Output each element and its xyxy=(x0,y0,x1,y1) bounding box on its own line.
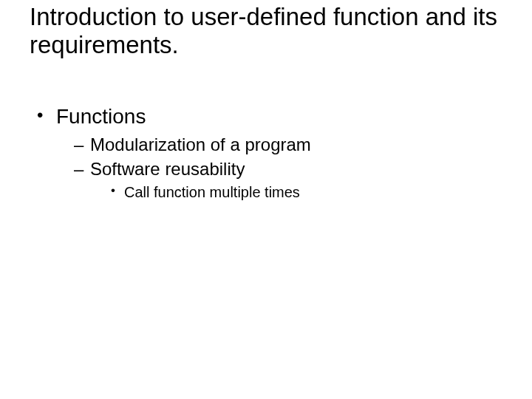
bullet-list-level1: Functions Modularization of a program So… xyxy=(30,103,502,202)
list-item: Call function multiple times xyxy=(111,183,502,202)
list-item-text: Modularization of a program xyxy=(90,134,311,154)
bullet-list-level3: Call function multiple times xyxy=(90,183,502,202)
list-item-text: Software reusability xyxy=(90,159,245,179)
list-item-text: Call function multiple times xyxy=(124,184,300,200)
slide: Introduction to user-defined function an… xyxy=(0,0,532,399)
list-item: Modularization of a program xyxy=(74,133,502,156)
bullet-list-level2: Modularization of a program Software reu… xyxy=(56,133,502,201)
slide-title: Introduction to user-defined function an… xyxy=(30,3,502,59)
list-item: Functions Modularization of a program So… xyxy=(35,103,502,202)
list-item-text: Functions xyxy=(56,105,146,128)
list-item: Software reusability Call function multi… xyxy=(74,157,502,201)
